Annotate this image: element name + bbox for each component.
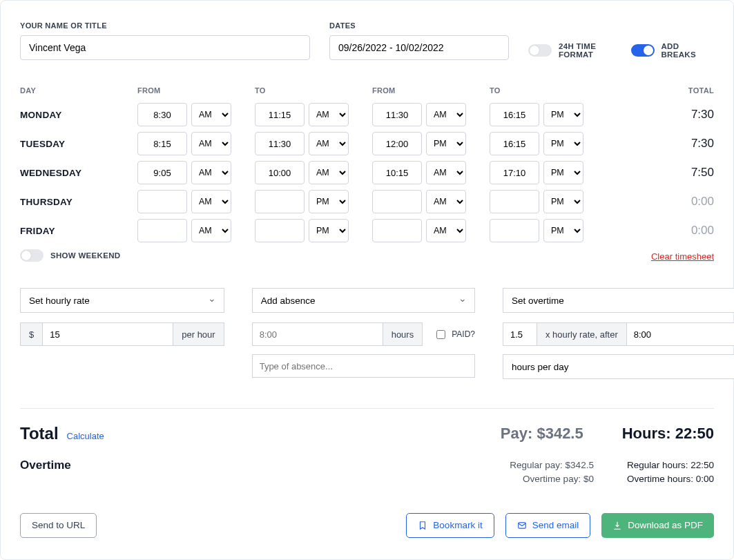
hourly-rate-input[interactable]: [43, 322, 173, 346]
day-label: WEDNESDAY: [20, 168, 137, 178]
row-total: 7:50: [607, 166, 714, 180]
paid-checkbox[interactable]: [436, 330, 445, 339]
absence-type-input[interactable]: [252, 354, 475, 378]
col-day: DAY: [20, 86, 137, 95]
ampm-select[interactable]: PM: [543, 132, 583, 155]
ampm-select[interactable]: PM: [543, 161, 583, 184]
day-label: THURSDAY: [20, 197, 137, 207]
table-row: MONDAYAMAMAMPM7:30: [20, 103, 714, 126]
ampm-select[interactable]: AM: [426, 219, 466, 242]
send-email-button[interactable]: Send email: [505, 513, 591, 538]
time-input[interactable]: [137, 219, 187, 242]
ampm-select[interactable]: AM: [191, 190, 231, 213]
download-pdf-button[interactable]: Download as PDF: [601, 513, 714, 538]
day-label: FRIDAY: [20, 226, 137, 236]
col-total: TOTAL: [607, 86, 714, 95]
time-input[interactable]: [490, 103, 539, 126]
time-input[interactable]: [255, 132, 305, 155]
time-input[interactable]: [372, 161, 422, 184]
ampm-select[interactable]: PM: [309, 219, 349, 242]
col-to2: TO: [490, 86, 607, 95]
bookmark-button[interactable]: Bookmark it: [406, 513, 494, 538]
overtime-select[interactable]: Set overtime: [503, 288, 734, 313]
col-from2: FROM: [372, 86, 490, 95]
ampm-select[interactable]: AM: [426, 103, 466, 126]
time-input[interactable]: [372, 132, 422, 155]
overtime-after-input[interactable]: [627, 322, 734, 346]
col-from: FROM: [137, 86, 255, 95]
ampm-select[interactable]: AM: [191, 219, 231, 242]
calculate-link[interactable]: Calculate: [67, 431, 104, 441]
ampm-select[interactable]: AM: [426, 190, 466, 213]
time-input[interactable]: [490, 219, 539, 242]
ampm-select[interactable]: AM: [426, 161, 466, 184]
total-hours: Hours: 22:50: [622, 425, 714, 443]
time-input[interactable]: [372, 219, 422, 242]
overtime-mult-input[interactable]: [503, 322, 537, 346]
overtime-hours-text: Overtime hours: 0:00: [627, 472, 714, 486]
toggle-show-weekend[interactable]: [20, 249, 44, 262]
time-input[interactable]: [255, 161, 305, 184]
time-input[interactable]: [372, 103, 422, 126]
time-input[interactable]: [255, 219, 305, 242]
name-field[interactable]: [20, 35, 310, 60]
time-input[interactable]: [137, 161, 187, 184]
ampm-select[interactable]: AM: [191, 103, 231, 126]
time-input[interactable]: [137, 190, 187, 213]
dates-label: DATES: [329, 21, 509, 30]
bookmark-icon: [418, 521, 427, 530]
ampm-select[interactable]: AM: [309, 161, 349, 184]
ampm-select[interactable]: PM: [309, 190, 349, 213]
ampm-select[interactable]: PM: [543, 219, 583, 242]
hourly-rate-select[interactable]: Set hourly rate: [20, 288, 224, 313]
table-row: TUESDAYAMAMPMPM7:30: [20, 132, 714, 155]
table-row: FRIDAYAMPMAMPM0:00: [20, 219, 714, 242]
overtime-pay-text: Overtime pay: $0: [510, 472, 594, 486]
email-icon: [517, 521, 527, 530]
total-heading: Total: [20, 424, 59, 443]
time-input[interactable]: [490, 161, 539, 184]
paid-label: PAID?: [452, 329, 475, 339]
ampm-select[interactable]: AM: [191, 132, 231, 155]
ampm-select[interactable]: PM: [543, 103, 583, 126]
time-input[interactable]: [137, 132, 187, 155]
ampm-select[interactable]: AM: [191, 161, 231, 184]
row-total: 0:00: [607, 224, 714, 238]
table-row: THURSDAYAMPMAMPM0:00: [20, 190, 714, 213]
day-label: TUESDAY: [20, 139, 137, 149]
ampm-select[interactable]: AM: [309, 103, 349, 126]
currency-prefix: $: [20, 322, 43, 346]
add-absence-select[interactable]: Add absence: [252, 288, 475, 313]
overtime-heading: Overtime: [20, 458, 71, 472]
time-input[interactable]: [490, 132, 539, 155]
overtime-mid-label: x hourly rate, after: [537, 322, 627, 346]
toggle-add-breaks-label: ADD BREAKS: [661, 42, 715, 59]
time-input[interactable]: [255, 103, 305, 126]
row-total: 0:00: [607, 195, 714, 209]
row-total: 7:30: [607, 137, 714, 151]
ampm-select[interactable]: PM: [426, 132, 466, 155]
dates-field[interactable]: [329, 35, 509, 60]
regular-pay-text: Regular pay: $342.5: [510, 458, 594, 472]
ampm-select[interactable]: AM: [309, 132, 349, 155]
send-to-url-button[interactable]: Send to URL: [20, 513, 97, 538]
time-input[interactable]: [255, 190, 305, 213]
show-weekend-label: SHOW WEEKEND: [50, 251, 120, 260]
total-pay: Pay: $342.5: [501, 425, 583, 443]
absence-hours-suffix: hours: [383, 322, 423, 346]
ampm-select[interactable]: PM: [543, 190, 583, 213]
time-input[interactable]: [137, 103, 187, 126]
toggle-add-breaks[interactable]: [631, 44, 655, 57]
time-input[interactable]: [372, 190, 422, 213]
col-to: TO: [255, 86, 372, 95]
table-row: WEDNESDAYAMAMAMPM7:50: [20, 161, 714, 184]
toggle-24h[interactable]: [528, 44, 552, 57]
clear-timesheet-link[interactable]: Clear timesheet: [651, 251, 714, 262]
overtime-unit-select[interactable]: hours per day: [503, 354, 734, 379]
day-label: MONDAY: [20, 110, 137, 120]
row-total: 7:30: [607, 108, 714, 122]
hourly-rate-suffix: per hour: [173, 322, 224, 346]
name-label: YOUR NAME OR TITLE: [20, 21, 310, 30]
absence-hours-input[interactable]: [252, 322, 383, 346]
time-input[interactable]: [490, 190, 539, 213]
